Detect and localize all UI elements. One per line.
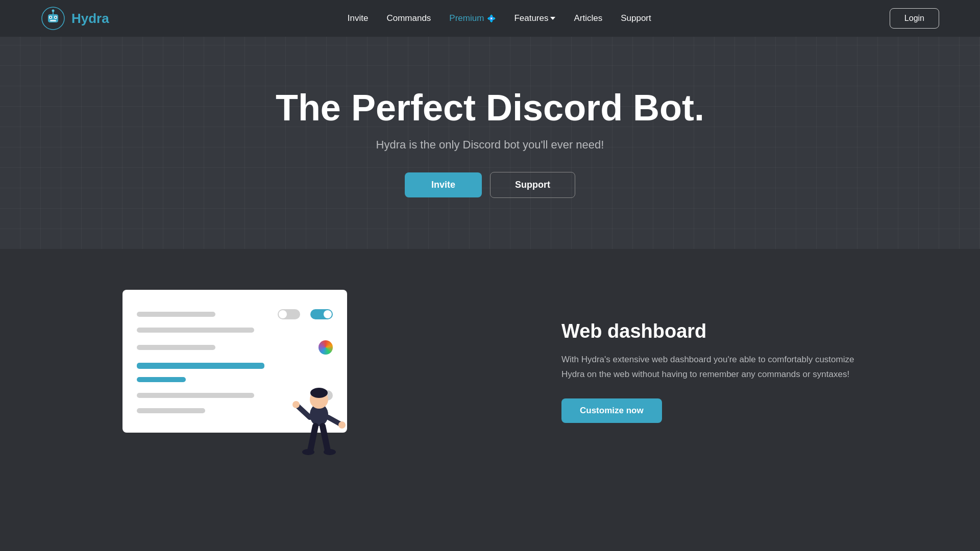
illus-line-2: [137, 328, 254, 333]
navbar: Hydra Invite Commands Premium 💠 Features…: [0, 0, 980, 37]
brand-logo-link[interactable]: Hydra: [41, 6, 109, 31]
brand-name: Hydra: [71, 11, 109, 27]
dashboard-illustration: [122, 290, 347, 453]
nav-link-invite[interactable]: Invite: [348, 13, 369, 23]
nav-link-commands[interactable]: Commands: [386, 13, 431, 23]
illus-line-1: [137, 312, 215, 317]
person-figure-icon: [286, 377, 352, 479]
svg-rect-6: [50, 20, 56, 21]
hero-title: The Perfect Discord Bot.: [276, 88, 704, 128]
nav-item-commands[interactable]: Commands: [386, 13, 431, 23]
illus-line-5: [137, 408, 205, 413]
feature-title: Web dashboard: [561, 320, 857, 342]
nav-link-support[interactable]: Support: [621, 13, 651, 23]
nav-item-premium[interactable]: Premium 💠: [449, 13, 496, 23]
feature-text-block: Web dashboard With Hydra's extensive web…: [561, 320, 857, 423]
svg-point-11: [310, 388, 328, 398]
nav-item-features[interactable]: Features: [514, 13, 555, 23]
nav-item-invite[interactable]: Invite: [348, 13, 369, 23]
svg-line-17: [323, 426, 328, 450]
svg-line-16: [310, 426, 315, 450]
illus-toggle-2: [310, 309, 333, 319]
hydra-logo-icon: [41, 6, 65, 31]
customize-now-button[interactable]: Customize now: [561, 398, 662, 423]
navbar-right: Login: [890, 8, 939, 29]
svg-point-5: [55, 17, 57, 18]
svg-point-15: [338, 421, 346, 429]
color-picker-icon: [318, 340, 333, 355]
illus-line-4: [137, 393, 254, 398]
svg-point-4: [50, 17, 52, 18]
illus-toggle-1: [278, 309, 300, 319]
illus-line-teal-short: [137, 377, 186, 382]
feature-description: With Hydra's extensive web dashboard you…: [561, 353, 857, 382]
nav-links: Invite Commands Premium 💠 Features Artic…: [348, 13, 651, 23]
diamond-icon: 💠: [487, 14, 496, 22]
login-button[interactable]: Login: [890, 8, 939, 29]
nav-item-support[interactable]: Support: [621, 13, 651, 23]
svg-point-19: [324, 449, 336, 455]
nav-link-premium[interactable]: Premium 💠: [449, 13, 496, 23]
nav-link-features[interactable]: Features: [514, 13, 555, 23]
svg-point-14: [292, 401, 300, 408]
svg-point-8: [52, 10, 55, 12]
nav-link-articles[interactable]: Articles: [574, 13, 602, 23]
svg-point-18: [302, 449, 314, 455]
illus-line-3: [137, 345, 215, 350]
hero-section: The Perfect Discord Bot. Hydra is the on…: [0, 37, 980, 249]
hero-subtitle: Hydra is the only Discord bot you'll eve…: [376, 138, 604, 152]
hero-invite-button[interactable]: Invite: [405, 172, 482, 197]
illus-line-teal: [137, 363, 264, 369]
hero-buttons: Invite Support: [405, 172, 575, 198]
nav-item-articles[interactable]: Articles: [574, 13, 602, 23]
hero-support-button[interactable]: Support: [490, 172, 575, 198]
features-section: Web dashboard With Hydra's extensive web…: [0, 249, 980, 494]
chevron-down-icon: [550, 17, 555, 20]
